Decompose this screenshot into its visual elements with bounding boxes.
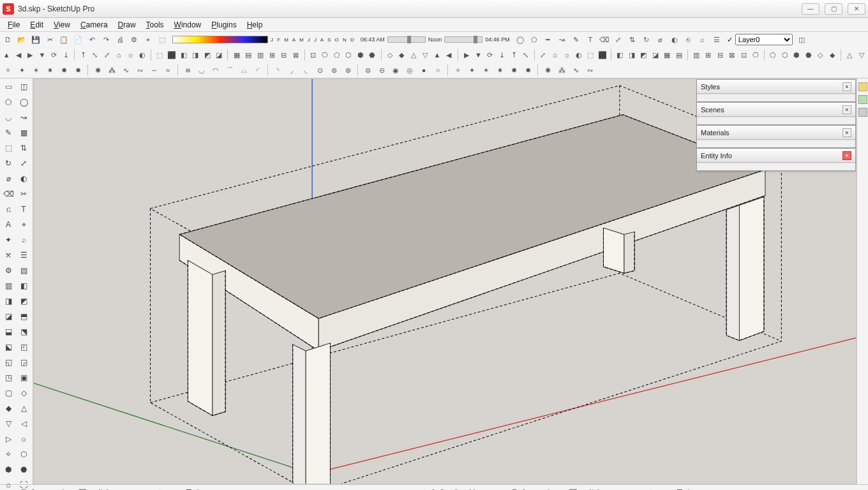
toolbar2-icon-33[interactable]: ▽ (420, 48, 431, 61)
left-tool-48[interactable]: ✧ (1, 447, 15, 461)
left-tool-37[interactable]: ◲ (17, 355, 31, 369)
bottom-tool-33[interactable]: ◱ (311, 486, 319, 491)
bottom-tool-78[interactable]: ◩ (735, 486, 742, 491)
left-tool-47[interactable]: ☼ (17, 432, 31, 446)
toolbar2-icon-11[interactable]: ◐ (137, 48, 148, 61)
toolbar1-icon-0[interactable]: 🗋 (1, 33, 14, 46)
toolbar2-icon-10[interactable]: ☼ (125, 48, 136, 61)
bottom-tool-90[interactable]: ◇ (852, 486, 858, 491)
toolbar1-icon-1[interactable]: 📂 (15, 33, 28, 46)
toolbar1-icon-5[interactable]: 📄 (71, 33, 84, 46)
left-tool-0[interactable]: ▭ (1, 80, 15, 94)
bottom-tool-79[interactable]: ◪ (744, 486, 751, 491)
left-tool-24[interactable]: ⚙ (1, 264, 15, 278)
toolbar2-icon-6[interactable]: ⤒ (78, 48, 89, 61)
toolbar3-icon-3[interactable]: ✷ (43, 64, 56, 77)
toolbar3-icon-14[interactable]: ◠ (209, 64, 222, 77)
toolbar2-icon-29[interactable]: ⬣ (367, 48, 378, 61)
menu-view[interactable]: View (49, 19, 75, 31)
bottom-tool-18[interactable]: ⌕ (170, 486, 176, 491)
bottom-tool-50[interactable]: ⛶ (468, 486, 476, 491)
toolbar3-icon-16[interactable]: ⌓ (237, 64, 250, 77)
left-tool-42[interactable]: ◆ (1, 401, 15, 415)
left-tool-31[interactable]: ⬒ (17, 309, 31, 323)
toolbar1b-icon-11[interactable]: ◐ (668, 33, 681, 46)
bottom-tool-61[interactable]: ⤢ (580, 486, 587, 491)
bottom-tool-80[interactable]: ⬒ (752, 486, 760, 491)
left-tool-53[interactable]: ⛶ (17, 478, 31, 490)
toolbar2-icon-15[interactable]: ◨ (190, 48, 201, 61)
left-tool-38[interactable]: ◳ (1, 371, 15, 385)
toolbar2-icon-46[interactable]: ⬚ (585, 48, 596, 61)
toolbar2-icon-2[interactable]: ▶ (25, 48, 36, 61)
left-tool-8[interactable]: ⬚ (1, 141, 15, 155)
left-tool-12[interactable]: ⌀ (1, 172, 15, 186)
bottom-tool-20[interactable]: ☰ (185, 486, 193, 491)
bottom-tool-82[interactable]: ⬔ (770, 486, 778, 491)
bottom-tool-43[interactable]: ▷ (405, 486, 411, 491)
bottom-tool-75[interactable]: ▥ (703, 486, 710, 491)
left-tool-34[interactable]: ⬕ (1, 340, 15, 354)
toolbar2-icon-66[interactable]: △ (844, 48, 855, 61)
bottom-tool-28[interactable]: ⬒ (262, 486, 269, 491)
toolbar2-icon-0[interactable]: ▲ (1, 48, 12, 61)
left-tool-51[interactable]: ⬣ (17, 463, 31, 477)
bottom-tool-81[interactable]: ⬓ (761, 486, 769, 491)
toolbar1-icon-8[interactable]: 🖨 (114, 33, 126, 46)
toolbar2-icon-55[interactable]: ⊞ (703, 48, 714, 61)
bottom-tool-86[interactable]: ◲ (811, 486, 819, 491)
left-tool-27[interactable]: ◧ (17, 279, 31, 293)
bottom-tool-27[interactable]: ◪ (253, 486, 260, 491)
left-tool-7[interactable]: ▦ (17, 126, 31, 140)
menu-plugins[interactable]: Plugins (206, 19, 241, 31)
left-tool-44[interactable]: ▽ (1, 417, 15, 431)
bottom-tool-6[interactable]: ✎ (61, 486, 68, 491)
left-tool-52[interactable]: ⌂ (1, 478, 15, 490)
bottom-tool-16[interactable]: ⌖ (150, 486, 155, 491)
toolbar2-icon-63[interactable]: ⬣ (804, 48, 814, 61)
bottom-tool-51[interactable]: ⛋ (477, 486, 486, 491)
toolbar2-icon-13[interactable]: ⬛ (167, 48, 177, 61)
bottom-tool-55[interactable]: ⬠ (520, 486, 528, 491)
toolbar2-icon-34[interactable]: ▲ (432, 48, 443, 61)
left-tool-43[interactable]: △ (17, 401, 31, 415)
bottom-tool-22[interactable]: ▤ (203, 486, 211, 491)
toolbar3-icon-25[interactable]: ⊝ (375, 64, 388, 77)
toolbar2-icon-27[interactable]: ⬡ (343, 48, 354, 61)
toolbar2-icon-48[interactable]: ◧ (615, 48, 625, 61)
toolbar2-icon-40[interactable]: ⤒ (509, 48, 520, 61)
bottom-tool-83[interactable]: ⬕ (779, 486, 787, 491)
left-tool-46[interactable]: ▷ (1, 432, 15, 446)
toolbar2-icon-17[interactable]: ◪ (214, 48, 225, 61)
toolbar1b-icon-3[interactable]: ↝ (556, 33, 569, 46)
panel-scenes-close[interactable]: × (842, 105, 851, 114)
toolbar2-icon-39[interactable]: ⤓ (497, 48, 507, 61)
toolbar1-icon-11[interactable]: ⬚ (156, 33, 168, 46)
bottom-tool-13[interactable]: ◐ (126, 486, 133, 491)
left-tool-10[interactable]: ↻ (1, 156, 15, 170)
toolbar1-icon-3[interactable]: ✂ (43, 33, 56, 46)
toolbar3-icon-30[interactable]: ✧ (451, 64, 464, 77)
bottom-tool-30[interactable]: ⬔ (285, 486, 292, 491)
left-tool-4[interactable]: ◡ (1, 110, 15, 124)
maximize-button[interactable]: ▢ (825, 3, 842, 15)
toolbar3-icon-13[interactable]: ◡ (195, 64, 208, 77)
toolbar2-icon-22[interactable]: ⊟ (278, 48, 289, 61)
toolbar2-icon-38[interactable]: ⟳ (485, 48, 496, 61)
toolbar2-icon-36[interactable]: ▶ (461, 48, 472, 61)
toolbar2-icon-18[interactable]: ▦ (231, 48, 242, 61)
menu-file[interactable]: File (3, 19, 25, 31)
bottom-tool-35[interactable]: ◳ (329, 486, 337, 491)
toolbar2-icon-31[interactable]: ◆ (396, 48, 407, 61)
panel-entity-info-close[interactable]: × (842, 151, 851, 160)
toolbar2-icon-62[interactable]: ⬢ (791, 48, 802, 61)
left-tool-1[interactable]: ◫ (17, 80, 31, 94)
left-tool-41[interactable]: ◇ (17, 386, 31, 400)
toolbar2-icon-67[interactable]: ▽ (857, 48, 867, 61)
left-tool-5[interactable]: ↝ (17, 110, 31, 124)
bottom-tool-5[interactable]: ↝ (47, 486, 54, 491)
toolbar1b-icon-14[interactable]: ☰ (710, 33, 723, 46)
bottom-tool-40[interactable]: △ (377, 486, 383, 491)
left-tool-45[interactable]: ◁ (17, 417, 31, 431)
toolbar1-icon-6[interactable]: ↶ (86, 33, 98, 46)
